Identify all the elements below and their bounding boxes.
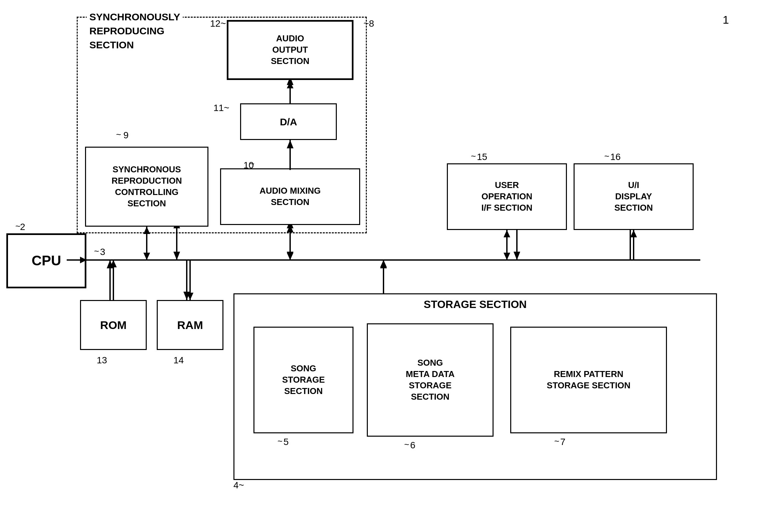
svg-marker-21	[380, 260, 387, 268]
ref-15: 15	[477, 152, 487, 162]
diagram: 1 SYNCHRONOUSLYREPRODUCINGSECTION ~8 AUD…	[0, 0, 769, 532]
ref-1: 1	[723, 13, 729, 26]
ref-3: 3	[100, 247, 105, 257]
svg-marker-16	[514, 252, 520, 260]
sync-repro-ctrl-box: SYNCHRONOUSREPRODUCTIONCONTROLLINGSECTIO…	[85, 147, 208, 227]
ref-2: 2	[20, 222, 25, 232]
svg-marker-25	[183, 292, 190, 300]
audio-output-box: AUDIOOUTPUTSECTION	[227, 20, 353, 80]
da-box: D/A	[240, 103, 337, 140]
ref-14: 14	[173, 355, 184, 366]
ref-16: 16	[610, 152, 621, 162]
ref-11: 11~	[213, 103, 229, 113]
ui-display-box: U/IDISPLAYSECTION	[574, 163, 694, 230]
ref-9: 9	[123, 130, 129, 141]
user-op-box: USEROPERATIONI/F SECTION	[447, 163, 567, 230]
svg-marker-23	[107, 260, 113, 268]
ref-13: 13	[97, 355, 107, 366]
ref-4: 4~	[233, 480, 244, 491]
ref-5: 5	[283, 437, 289, 447]
ref-12: 12~	[210, 18, 226, 29]
cpu-box: CPU	[6, 233, 86, 288]
ref-7: 7	[560, 437, 566, 447]
remix-pattern-box: REMIX PATTERNSTORAGE SECTION	[510, 327, 667, 433]
rom-box: ROM	[80, 300, 147, 350]
svg-marker-5	[173, 252, 180, 260]
ram-box: RAM	[157, 300, 223, 350]
song-storage-box: SONGSTORAGESECTION	[253, 327, 353, 433]
audio-mixing-box: AUDIO MIXINGSECTION	[220, 168, 360, 225]
sync-repro-section-label: SYNCHRONOUSLYREPRODUCINGSECTION	[87, 10, 183, 52]
song-meta-box: SONGMETA DATASTORAGESECTION	[367, 323, 494, 437]
ref-8: ~8	[363, 18, 374, 29]
ref-6: 6	[410, 440, 416, 451]
svg-marker-9	[287, 252, 293, 260]
